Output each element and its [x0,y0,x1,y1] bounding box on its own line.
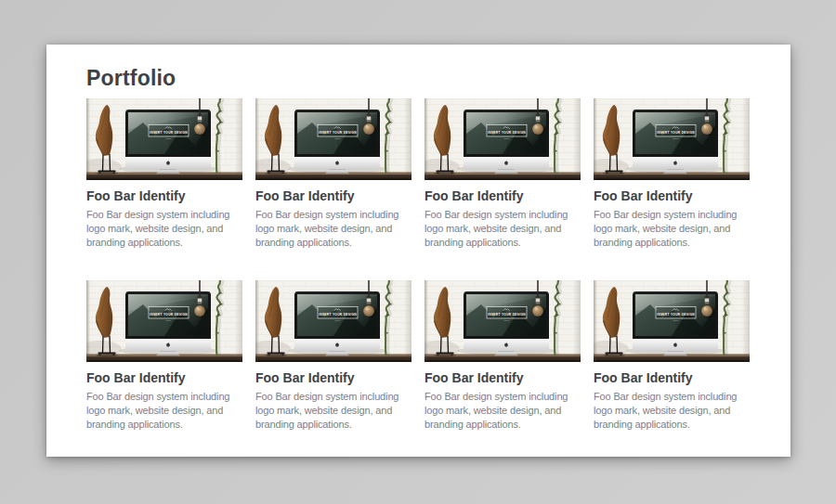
portfolio-thumbnail [255,98,411,180]
portfolio-item-description: Foo Bar design system including logo mar… [425,390,581,432]
page-title: Portfolio [86,67,750,90]
portfolio-item[interactable]: Foo Bar Identify Foo Bar design system i… [425,98,581,250]
portfolio-item-title: Foo Bar Identify [255,188,411,203]
portfolio-item[interactable]: Foo Bar Identify Foo Bar design system i… [425,280,581,432]
portfolio-thumbnail [425,98,581,180]
portfolio-thumbnail [86,280,242,362]
portfolio-item-description: Foo Bar design system including logo mar… [255,390,411,432]
portfolio-item-title: Foo Bar Identify [86,370,242,385]
portfolio-item-title: Foo Bar Identify [425,188,581,203]
portfolio-item-title: Foo Bar Identify [425,370,581,385]
portfolio-item[interactable]: Foo Bar Identify Foo Bar design system i… [255,98,411,250]
portfolio-grid: Foo Bar Identify Foo Bar design system i… [86,98,750,432]
portfolio-item-description: Foo Bar design system including logo mar… [594,208,750,250]
portfolio-item-description: Foo Bar design system including logo mar… [86,208,242,250]
portfolio-thumbnail [594,98,750,180]
portfolio-item-title: Foo Bar Identify [594,370,750,385]
portfolio-item-description: Foo Bar design system including logo mar… [594,390,750,432]
portfolio-thumbnail [255,280,411,362]
imac-desk-photo [86,98,242,180]
portfolio-item-title: Foo Bar Identify [594,188,750,203]
imac-desk-photo [425,280,581,362]
imac-desk-photo [425,98,581,180]
portfolio-item[interactable]: Foo Bar Identify Foo Bar design system i… [86,280,242,432]
portfolio-item-description: Foo Bar design system including logo mar… [425,208,581,250]
imac-desk-photo [255,98,411,180]
imac-desk-photo [255,280,411,362]
portfolio-item-description: Foo Bar design system including logo mar… [86,390,242,432]
portfolio-item[interactable]: Foo Bar Identify Foo Bar design system i… [594,98,750,250]
portfolio-item-title: Foo Bar Identify [86,188,242,203]
portfolio-item[interactable]: Foo Bar Identify Foo Bar design system i… [594,280,750,432]
portfolio-item[interactable]: Foo Bar Identify Foo Bar design system i… [86,98,242,250]
portfolio-item-description: Foo Bar design system including logo mar… [255,208,411,250]
portfolio-item-title: Foo Bar Identify [255,370,411,385]
portfolio-panel: Portfolio Foo Bar Identify Foo Bar desig… [46,45,790,457]
portfolio-item[interactable]: Foo Bar Identify Foo Bar design system i… [255,280,411,432]
imac-desk-photo [594,98,750,180]
portfolio-thumbnail [86,98,242,180]
portfolio-thumbnail [425,280,581,362]
imac-desk-photo [594,280,750,362]
imac-desk-photo [86,280,242,362]
portfolio-thumbnail [594,280,750,362]
